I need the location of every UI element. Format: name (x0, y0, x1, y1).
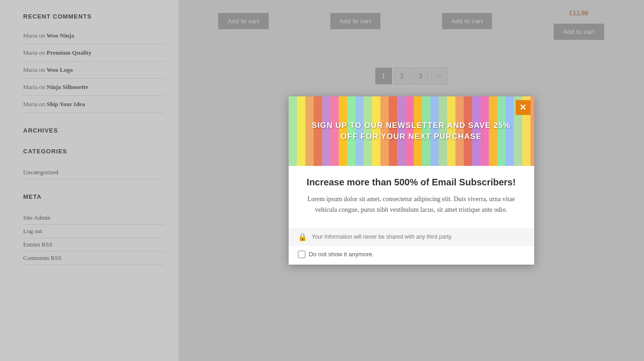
comment-author: Maria on (23, 49, 47, 56)
modal-overlay: SIGN UP TO OUR NEWSLETTER AND SAVE 25% O… (178, 0, 644, 361)
sidebar: RECENT COMMENTS Maria on Woo Ninja Maria… (0, 0, 178, 361)
privacy-text: Your Information will never be shared wi… (312, 234, 453, 240)
list-item: Maria on Woo Ninja (23, 27, 164, 44)
comment-author: Maria on (23, 101, 47, 108)
list-item: Maria on Premium Quality (23, 44, 164, 62)
newsletter-line2: OFF FOR YOUR NEXT PURCHASE (312, 132, 511, 141)
archives-title: ARCHIVES (23, 127, 164, 134)
comment-link-premium-quality[interactable]: Premium Quality (47, 49, 92, 56)
do-not-show-label[interactable]: Do not show it anymore. (309, 251, 374, 258)
list-item: Site Admin (23, 211, 164, 225)
categories-title: CATEGORIES (23, 148, 164, 155)
recent-comments-list: Maria on Woo Ninja Maria on Premium Qual… (23, 27, 164, 113)
lock-icon: 🔒 (298, 233, 307, 241)
meta-link-entries-rss[interactable]: Entries RSS (23, 241, 52, 248)
modal-body: Increase more than 500% of Email Subscri… (289, 166, 534, 222)
meta-list: Site Admin Log out Entries RSS Comments … (23, 208, 164, 265)
categories-list: Uncategorized (23, 162, 164, 179)
category-link-uncategorized[interactable]: Uncategorized (23, 169, 58, 176)
newsletter-line1: SIGN UP TO OUR NEWSLETTER AND SAVE 25% (312, 121, 511, 130)
main-content: Add to cart Add to cart Add to cart £12.… (178, 0, 644, 361)
recent-comments-section: RECENT COMMENTS Maria on Woo Ninja Maria… (23, 13, 164, 113)
modal-footer: Do not show it anymore. (289, 246, 534, 265)
meta-link-log-out[interactable]: Log out (23, 228, 42, 234)
comment-link-ninja-silhouette[interactable]: Ninja Silhouette (47, 83, 88, 90)
modal-privacy: 🔒 Your Information will never be shared … (289, 228, 534, 246)
list-item: Log out (23, 225, 164, 238)
meta-section: META Site Admin Log out Entries RSS Comm… (23, 193, 164, 265)
list-item: Maria on Ninja Silhouette (23, 79, 164, 96)
page-wrapper: RECENT COMMENTS Maria on Woo Ninja Maria… (0, 0, 644, 361)
modal-headline: Increase more than 500% of Email Subscri… (303, 177, 520, 188)
meta-title: META (23, 193, 164, 200)
modal-close-button[interactable]: ✕ (516, 100, 530, 115)
list-item: Uncategorized (23, 166, 164, 179)
modal-banner: SIGN UP TO OUR NEWSLETTER AND SAVE 25% O… (289, 96, 534, 166)
modal-body-text: Lorem ipsum dolor sit amet, consectetur … (303, 194, 520, 215)
comment-link-ship-your-idea[interactable]: Ship Your Idea (47, 101, 85, 108)
recent-comments-title: RECENT COMMENTS (23, 13, 164, 20)
close-icon: ✕ (519, 102, 526, 113)
newsletter-modal: SIGN UP TO OUR NEWSLETTER AND SAVE 25% O… (289, 96, 534, 265)
modal-newsletter-text: SIGN UP TO OUR NEWSLETTER AND SAVE 25% O… (312, 121, 511, 141)
list-item: Entries RSS (23, 238, 164, 252)
list-item: Maria on Woo Logo (23, 62, 164, 79)
categories-section: CATEGORIES Uncategorized (23, 148, 164, 179)
meta-link-comments-rss[interactable]: Comments RSS (23, 254, 62, 261)
archives-section: ARCHIVES (23, 127, 164, 134)
comment-author: Maria on (23, 32, 47, 39)
list-item: Maria on Ship Your Idea (23, 96, 164, 113)
meta-link-site-admin[interactable]: Site Admin (23, 214, 51, 221)
do-not-show-checkbox[interactable] (298, 251, 305, 258)
comment-author: Maria on (23, 83, 47, 90)
list-item: Comments RSS (23, 252, 164, 265)
comment-author: Maria on (23, 66, 47, 73)
comment-link-woo-ninja[interactable]: Woo Ninja (47, 32, 75, 39)
comment-link-woo-logo[interactable]: Woo Logo (47, 66, 73, 73)
